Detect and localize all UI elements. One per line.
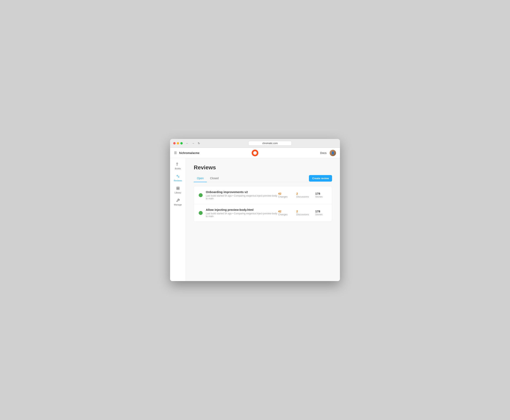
close-traffic-light[interactable] <box>173 142 176 144</box>
minimize-traffic-light[interactable] <box>177 142 179 144</box>
sidebar: Builds Reviews <box>170 158 186 281</box>
review-title-1: Onboarding improvements v2 <box>206 190 278 194</box>
hamburger-icon[interactable]: ☰ <box>174 151 177 155</box>
create-review-button[interactable]: Create review <box>309 175 332 182</box>
stories-label-2: Stories <box>315 213 323 216</box>
tab-closed[interactable]: Closed <box>207 175 222 182</box>
page-title: Reviews <box>194 165 332 171</box>
reviews-label: Reviews <box>174 180 182 182</box>
svg-rect-1 <box>177 163 178 164</box>
stories-label-1: Stories <box>315 195 323 198</box>
discussions-value-1: 2 <box>296 192 298 195</box>
review-stat-changes-2: 42 Changes <box>278 210 290 216</box>
address-bar[interactable]: chromatic.com <box>248 141 292 146</box>
tabs-left: Open Closed <box>194 175 309 182</box>
forward-button[interactable]: → <box>191 142 195 145</box>
main-layout: Builds Reviews <box>170 158 340 281</box>
review-stat-discussions-2: 2 Discussions <box>296 210 309 216</box>
library-label: Library <box>175 191 181 194</box>
svg-rect-5 <box>178 188 179 190</box>
tab-open[interactable]: Open <box>194 175 207 182</box>
browser-chrome: ← → ↻ chromatic.com <box>170 139 340 148</box>
avatar[interactable]: 👤 <box>330 150 336 156</box>
discussions-label-1: Discussions <box>296 195 309 198</box>
sidebar-item-builds[interactable]: Builds <box>171 160 185 172</box>
stories-value-2: 178 <box>315 210 320 213</box>
fullscreen-traffic-light[interactable] <box>180 142 183 144</box>
svg-rect-2 <box>177 187 178 188</box>
review-status-dot-1 <box>199 193 203 197</box>
review-info-2: Allow injecting preview-body.html Last b… <box>206 208 278 218</box>
refresh-button[interactable]: ↻ <box>197 142 201 145</box>
stories-value-1: 178 <box>315 192 320 195</box>
review-stat-discussions-1: 2 Discussions <box>296 192 309 198</box>
chromatic-logo[interactable] <box>252 150 258 156</box>
review-card-1[interactable]: Onboarding improvements v2 Last build st… <box>194 186 332 204</box>
review-status-dot-2 <box>199 211 203 215</box>
back-button[interactable]: ← <box>185 142 189 145</box>
review-stat-stories-2: 178 Stories <box>315 210 327 216</box>
docs-link[interactable]: Docs <box>320 151 326 155</box>
review-subtitle-2: Last build started 5h ago • Comparing ew… <box>206 212 278 218</box>
changes-value-2: 42 <box>278 210 281 213</box>
app-container: ☰ hichroma/acme Docs 👤 <box>170 148 340 281</box>
top-nav-right: Docs 👤 <box>320 150 336 156</box>
reviews-icon <box>176 174 180 179</box>
browser-nav: ← → ↻ <box>185 142 201 145</box>
review-stats-1: 42 Changes 2 Discussions 178 Stories <box>278 192 327 198</box>
sidebar-item-library[interactable]: Library <box>171 185 185 196</box>
review-stat-changes-1: 42 Changes <box>278 192 290 198</box>
content-area: Reviews Open Closed Create review <box>186 158 340 281</box>
sidebar-item-manage[interactable]: Manage <box>171 197 185 208</box>
browser-window: ← → ↻ chromatic.com ☰ hichroma/acme D <box>170 139 340 281</box>
library-icon <box>176 187 180 191</box>
tabs-row: Open Closed Create review <box>194 175 332 182</box>
org-name: hichroma/acme <box>179 151 320 155</box>
discussions-label-2: Discussions <box>296 213 309 216</box>
manage-icon <box>176 199 180 203</box>
builds-icon <box>176 162 180 167</box>
svg-rect-4 <box>177 188 178 190</box>
manage-label: Manage <box>174 203 182 206</box>
changes-value-1: 42 <box>278 192 281 195</box>
builds-label: Builds <box>175 167 181 170</box>
changes-label-1: Changes <box>278 195 288 198</box>
discussions-value-2: 2 <box>296 210 298 213</box>
reviews-list: Onboarding improvements v2 Last build st… <box>194 186 332 222</box>
review-stat-stories-1: 178 Stories <box>315 192 327 198</box>
review-stats-2: 42 Changes 2 Discussions 178 Stories <box>278 210 327 216</box>
review-subtitle-1: Last build started 5h ago • Comparing ew… <box>206 195 278 200</box>
svg-rect-3 <box>178 187 179 188</box>
sidebar-item-reviews[interactable]: Reviews <box>171 172 185 184</box>
review-info-1: Onboarding improvements v2 Last build st… <box>206 190 278 200</box>
review-title-2: Allow injecting preview-body.html <box>206 208 278 211</box>
traffic-lights <box>173 142 183 144</box>
top-nav: ☰ hichroma/acme Docs 👤 <box>170 148 340 158</box>
changes-label-2: Changes <box>278 213 288 216</box>
avatar-image: 👤 <box>330 150 336 156</box>
review-card-2[interactable]: Allow injecting preview-body.html Last b… <box>194 204 332 222</box>
